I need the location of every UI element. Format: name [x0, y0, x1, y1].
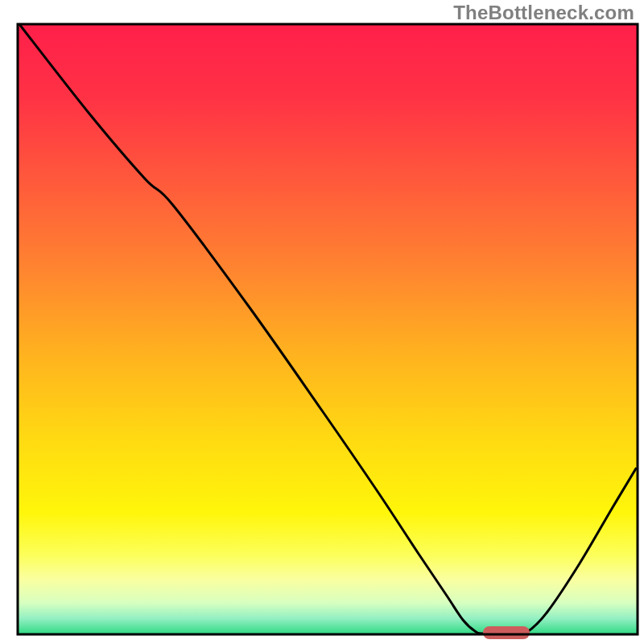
chart-stage: TheBottleneck.com: [0, 0, 644, 644]
optimal-marker: [483, 626, 530, 639]
bottleneck-chart: [0, 0, 644, 644]
plot-background: [18, 24, 638, 634]
